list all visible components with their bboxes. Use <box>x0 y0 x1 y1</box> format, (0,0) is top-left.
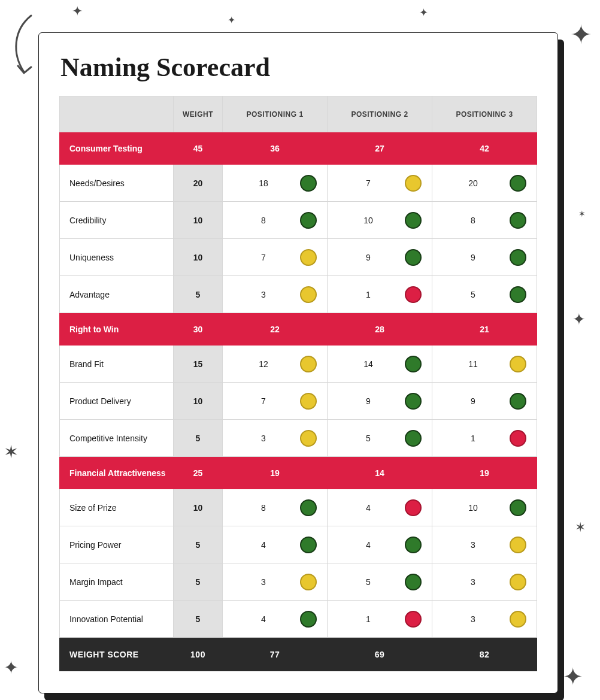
score-cell-pos1: 3 <box>223 420 328 457</box>
score-value: 9 <box>338 396 399 406</box>
section-subtotal-pos2: 27 <box>328 132 432 165</box>
score-cell-pos3: 3 <box>432 601 537 638</box>
status-dot-green <box>300 611 317 628</box>
score-cell-pos2: 10 <box>328 202 432 239</box>
status-dot-red <box>405 611 422 628</box>
section-row: Consumer Testing 45 36 27 42 <box>60 132 537 165</box>
col-header-pos1: POSITIONING 1 <box>223 96 328 132</box>
score-value: 8 <box>233 503 294 513</box>
criterion-label: Innovation Potential <box>60 601 174 638</box>
section-weight: 25 <box>174 457 223 489</box>
score-cell-pos3: 5 <box>432 276 537 313</box>
score-value: 1 <box>443 434 504 443</box>
status-dot-yellow <box>300 393 317 410</box>
score-value: 3 <box>233 434 294 443</box>
score-cell-pos3: 11 <box>432 346 537 383</box>
table-row: Credibility 10 8 10 8 <box>60 202 537 239</box>
criterion-weight: 20 <box>174 165 223 202</box>
criterion-label: Size of Prize <box>60 489 174 526</box>
status-dot-yellow <box>405 175 422 192</box>
score-value: 4 <box>338 540 399 550</box>
sparkle-icon: ✶ <box>575 521 586 534</box>
sparkle-icon: ✦ <box>563 665 583 689</box>
section-subtotal-pos2: 28 <box>328 313 432 346</box>
total-pos3: 82 <box>432 638 537 671</box>
criterion-weight: 5 <box>174 526 223 563</box>
criterion-weight: 10 <box>174 383 223 420</box>
score-value: 7 <box>338 178 399 188</box>
table-row: Pricing Power 5 4 4 3 <box>60 526 537 563</box>
status-dot-green <box>405 249 422 266</box>
col-header-pos3: POSITIONING 3 <box>432 96 537 132</box>
section-subtotal-pos3: 42 <box>432 132 537 165</box>
criterion-label: Needs/Desires <box>60 165 174 202</box>
col-header-weight: WEIGHT <box>174 96 223 132</box>
score-value: 3 <box>233 290 294 299</box>
score-value: 7 <box>233 396 294 406</box>
score-cell-pos1: 4 <box>223 526 328 563</box>
score-cell-pos1: 8 <box>223 202 328 239</box>
sparkle-icon: ✦ <box>72 5 83 18</box>
score-cell-pos3: 20 <box>432 165 537 202</box>
col-header-pos2: POSITIONING 2 <box>328 96 432 132</box>
score-value: 4 <box>233 614 294 624</box>
score-cell-pos2: 9 <box>328 239 432 276</box>
status-dot-green <box>510 175 526 192</box>
page-title: Naming Scorecard <box>60 52 537 83</box>
section-subtotal-pos1: 19 <box>223 457 328 489</box>
status-dot-yellow <box>510 356 526 372</box>
table-row: Size of Prize 10 8 4 10 <box>60 489 537 526</box>
section-name: Financial Attractiveness <box>60 457 174 489</box>
score-cell-pos2: 9 <box>328 383 432 420</box>
score-cell-pos2: 14 <box>328 346 432 383</box>
status-dot-red <box>405 286 422 303</box>
sparkle-icon: ✦ <box>570 22 592 48</box>
criterion-label: Product Delivery <box>60 383 174 420</box>
score-cell-pos3: 3 <box>432 526 537 563</box>
score-value: 5 <box>338 434 399 443</box>
table-row: Needs/Desires 20 18 7 20 <box>60 165 537 202</box>
status-dot-green <box>405 537 422 553</box>
sparkle-icon: ✦ <box>228 16 235 25</box>
score-value: 8 <box>233 216 294 225</box>
criterion-weight: 5 <box>174 276 223 313</box>
status-dot-green <box>405 430 422 447</box>
score-value: 4 <box>338 503 399 513</box>
score-cell-pos1: 8 <box>223 489 328 526</box>
criterion-label: Competitive Intensity <box>60 420 174 457</box>
scorecard-table: WEIGHT POSITIONING 1 POSITIONING 2 POSIT… <box>59 96 537 671</box>
status-dot-green <box>405 393 422 410</box>
status-dot-green <box>405 212 422 229</box>
score-value: 1 <box>338 290 399 299</box>
criterion-weight: 10 <box>174 202 223 239</box>
table-row: Uniqueness 10 7 9 9 <box>60 239 537 276</box>
section-weight: 45 <box>174 132 223 165</box>
status-dot-yellow <box>300 286 317 303</box>
criterion-label: Credibility <box>60 202 174 239</box>
table-row: Product Delivery 10 7 9 9 <box>60 383 537 420</box>
criterion-label: Pricing Power <box>60 526 174 563</box>
status-dot-green <box>510 393 526 410</box>
sparkle-icon: ✦ <box>4 659 19 677</box>
score-value: 7 <box>233 253 294 262</box>
status-dot-red <box>405 499 422 516</box>
status-dot-green <box>510 286 526 303</box>
table-row: Competitive Intensity 5 3 5 1 <box>60 420 537 457</box>
status-dot-green <box>405 356 422 372</box>
total-label: WEIGHT SCORE <box>60 638 174 671</box>
score-value: 9 <box>443 253 504 262</box>
status-dot-green <box>510 249 526 266</box>
score-value: 14 <box>338 359 399 369</box>
score-cell-pos3: 1 <box>432 420 537 457</box>
score-cell-pos2: 7 <box>328 165 432 202</box>
score-value: 4 <box>233 540 294 550</box>
score-value: 3 <box>443 540 504 550</box>
score-value: 9 <box>338 253 399 262</box>
criterion-label: Uniqueness <box>60 239 174 276</box>
criterion-label: Margin Impact <box>60 563 174 601</box>
total-row: WEIGHT SCORE 100 77 69 82 <box>60 638 537 671</box>
status-dot-yellow <box>300 574 317 590</box>
status-dot-green <box>510 499 526 516</box>
table-row: Brand Fit 15 12 14 11 <box>60 346 537 383</box>
score-value: 5 <box>338 577 399 587</box>
